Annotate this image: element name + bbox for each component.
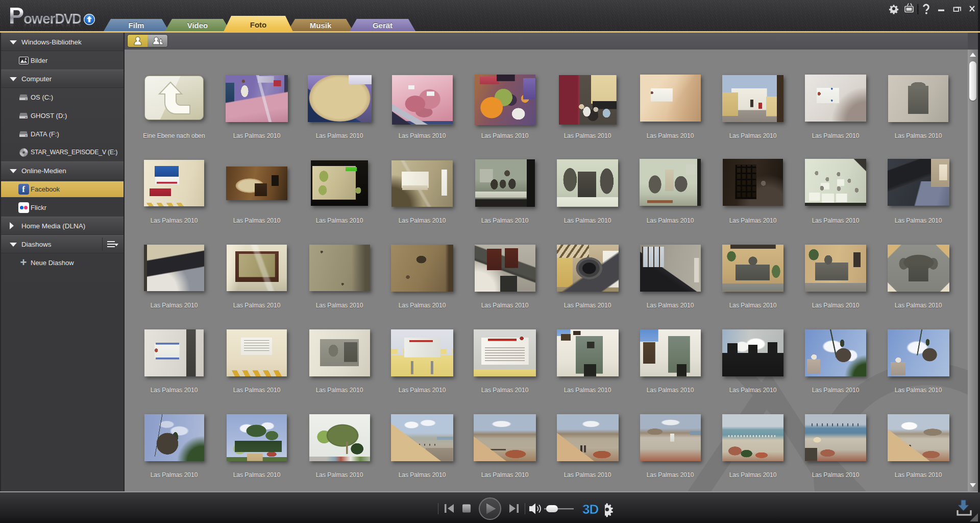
svg-text:3D: 3D <box>582 502 598 517</box>
